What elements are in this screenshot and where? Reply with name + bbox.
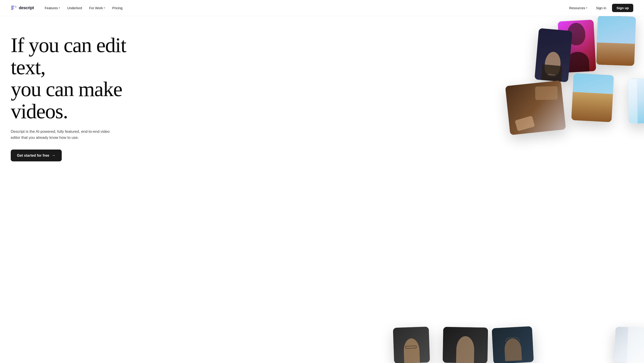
nav-pricing-label: Pricing (112, 6, 122, 10)
nav-resources-label: Resources (569, 6, 585, 10)
nav-left: descript Features ▾ Underlord For Work ▾… (11, 4, 125, 12)
hero-headline-line2: you can make videos. (11, 77, 122, 123)
hero-headline: If you can edit text, you can make video… (11, 34, 158, 122)
nav-pricing[interactable]: Pricing (110, 4, 125, 12)
hero-card-4 (505, 80, 566, 135)
features-chevron-icon: ▾ (59, 6, 60, 9)
nav-underlord[interactable]: Underlord (64, 4, 85, 12)
hero-card-1 (558, 20, 596, 73)
sign-in-button[interactable]: Sign in (592, 4, 610, 12)
hero-card-6 (628, 78, 644, 124)
hero-card-9 (492, 326, 534, 363)
hero-card-7 (393, 327, 430, 363)
hero-headline-line1: If you can edit text, (11, 33, 126, 79)
nav-for-work[interactable]: For Work ▾ (86, 4, 108, 12)
svg-rect-0 (11, 6, 14, 6)
hero-card-2 (596, 16, 636, 66)
hero-card-5 (571, 73, 614, 122)
nav-features-label: Features (45, 6, 58, 10)
resources-chevron-icon: ▾ (586, 6, 588, 9)
hero-image-collage: Pretty cool. (294, 16, 644, 363)
navbar: descript Features ▾ Underlord For Work ▾… (0, 0, 644, 16)
nav-for-work-label: For Work (89, 6, 103, 10)
nav-links: Features ▾ Underlord For Work ▾ Pricing (42, 4, 125, 12)
cta-arrow-icon: → (52, 153, 56, 158)
hero-card-10 (614, 327, 644, 363)
svg-rect-3 (11, 9, 13, 10)
nav-resources[interactable]: Resources ▾ (566, 4, 590, 12)
hero-card-8 (443, 327, 488, 363)
svg-rect-2 (11, 8, 14, 9)
cta-label: Get started for free (17, 154, 49, 158)
nav-right: Resources ▾ Sign in Sign up (566, 4, 633, 12)
nav-underlord-label: Underlord (67, 6, 82, 10)
svg-rect-4 (15, 6, 16, 6)
hero-section: If you can edit text, you can make video… (0, 16, 644, 363)
sign-up-button[interactable]: Sign up (612, 4, 633, 12)
hero-text-block: If you can edit text, you can make video… (11, 34, 158, 161)
for-work-chevron-icon: ▾ (104, 6, 105, 9)
svg-rect-1 (11, 7, 14, 7)
descript-logo-icon (11, 5, 17, 11)
hero-subtext: Descript is the AI-powered, fully featur… (11, 128, 118, 141)
cta-button[interactable]: Get started for free → (11, 150, 62, 161)
nav-features[interactable]: Features ▾ (42, 4, 63, 12)
svg-rect-5 (15, 7, 16, 7)
logo[interactable]: descript (11, 5, 34, 11)
logo-text: descript (19, 5, 34, 10)
hero-card-3: Pretty cool. (534, 28, 572, 82)
